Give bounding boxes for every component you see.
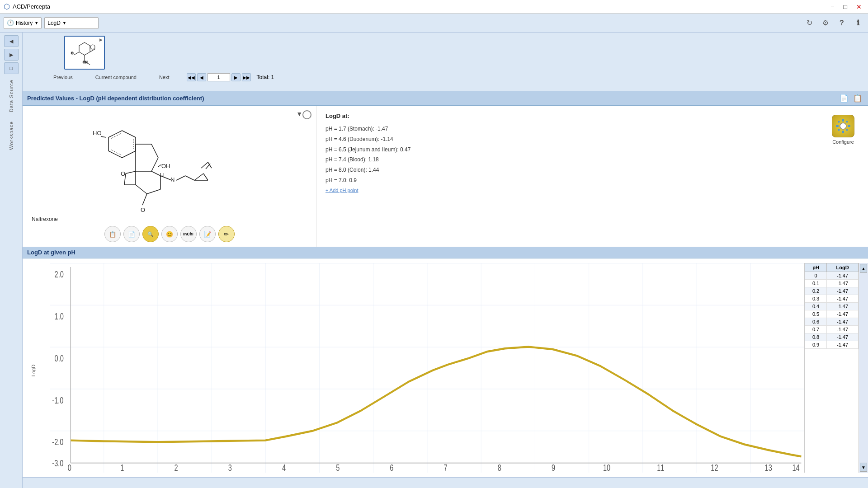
svg-text:8: 8 — [498, 463, 501, 473]
add-ph-link[interactable]: + Add pH point — [326, 188, 809, 193]
table-ph-cell: 0.8 — [805, 333, 827, 341]
logd-chevron-icon: ▼ — [62, 21, 66, 25]
svg-line-20 — [151, 144, 158, 158]
configure-label: Configure — [832, 139, 854, 145]
table-ph-cell: 0.3 — [805, 295, 827, 303]
table-row: 0.4-1.47 — [805, 303, 859, 310]
previous-label: Previous — [53, 75, 73, 80]
svg-text:12: 12 — [711, 463, 718, 473]
svg-line-47 — [142, 194, 147, 205]
current-compound-label: Current compound — [95, 75, 137, 80]
sidebar-btn-square[interactable]: □ — [4, 62, 19, 74]
history-dropdown[interactable]: 🕐 History ▼ — [4, 17, 42, 29]
table-ph-cell: 0.5 — [805, 310, 827, 318]
svg-rect-55 — [846, 121, 849, 123]
svg-line-9 — [122, 131, 136, 137]
minimize-button[interactable]: − — [828, 2, 837, 11]
y-axis-label: LogD — [31, 365, 36, 376]
display-mode-button[interactable] — [302, 110, 311, 119]
svg-line-40 — [185, 176, 194, 180]
next-compound-button[interactable]: ▶ — [231, 73, 241, 81]
svg-marker-0 — [79, 42, 90, 55]
table-logd-cell: -1.47 — [827, 333, 859, 341]
svg-line-27 — [147, 189, 160, 194]
search-structure-button[interactable]: 🔍 — [142, 226, 159, 242]
compound-thumbnails: OH O ▶ — [26, 34, 864, 70]
table-ph-cell: 0.7 — [805, 326, 827, 333]
svg-line-11 — [122, 151, 136, 158]
svg-line-4 — [74, 52, 79, 55]
table-scroll-up-button[interactable]: ▲ — [860, 264, 867, 273]
svg-line-18 — [101, 136, 106, 137]
table-logd-cell: -1.47 — [827, 287, 859, 295]
next-label: Next — [159, 75, 170, 80]
copy-structure-button[interactable]: 📋 — [104, 226, 121, 242]
last-compound-button[interactable]: ▶▶ — [242, 73, 251, 81]
svg-rect-51 — [842, 131, 844, 133]
first-compound-button[interactable]: ◀◀ — [187, 73, 196, 81]
svg-rect-57 — [846, 129, 849, 131]
molecule-name: Naltrexone — [27, 216, 311, 222]
compound-thumbnail-1[interactable]: OH O ▶ — [64, 36, 105, 70]
configure-button[interactable] — [832, 115, 854, 137]
logd-row: pH = 7.0: 0.9 — [326, 175, 809, 186]
sidebar-btn-left[interactable]: ◀ — [4, 35, 19, 47]
edit-button[interactable]: 📝 — [199, 226, 216, 242]
refresh-icon: ↻ — [807, 19, 812, 27]
prev-compound-button[interactable]: ◀ — [197, 73, 206, 81]
close-button[interactable]: ✕ — [854, 2, 864, 11]
current-compound-input[interactable] — [208, 73, 230, 81]
total-label: Total: 1 — [257, 74, 274, 80]
table-logd-cell: -1.47 — [827, 303, 859, 310]
inchi-button[interactable]: InChI — [180, 226, 197, 242]
logd-rows-container: pH = 1.7 (Stomach): -1.47pH = 4.6 (Duode… — [326, 124, 809, 186]
draw-button[interactable]: ✏ — [218, 226, 235, 242]
status-bar — [23, 477, 868, 488]
table-scroll-down-button[interactable]: ▼ — [860, 463, 867, 472]
svg-text:3: 3 — [228, 463, 232, 473]
table-logd-cell: -1.47 — [827, 318, 859, 326]
table-ph-cell: 0.6 — [805, 318, 827, 326]
svg-line-21 — [151, 158, 158, 171]
svg-text:2.0: 2.0 — [55, 269, 64, 280]
table-ph-cell: 0.1 — [805, 280, 827, 287]
logd-row: pH = 8.0 (Colon): 1.44 — [326, 165, 809, 175]
svg-line-12 — [108, 151, 122, 158]
logd-row: pH = 7.4 (Blood): 1.18 — [326, 155, 809, 165]
chart-section-title: LogD at given pH — [27, 249, 75, 256]
svg-text:-3.0: -3.0 — [52, 458, 63, 469]
svg-text:1.0: 1.0 — [55, 311, 64, 322]
info-button[interactable]: ℹ — [852, 17, 864, 29]
svg-line-42 — [203, 174, 208, 180]
export-button[interactable]: 📋 — [852, 94, 863, 103]
svg-text:0: 0 — [68, 463, 71, 473]
display-mode-chevron[interactable]: ▼ — [296, 110, 302, 117]
properties-button[interactable]: 😊 — [161, 226, 178, 242]
svg-rect-53 — [848, 125, 850, 127]
pdf-button[interactable]: 📄 — [838, 94, 850, 103]
logd-dropdown[interactable]: LogD ▼ — [44, 17, 99, 29]
table-row: 0.6-1.47 — [805, 318, 859, 326]
chart-svg-wrapper: 2.0 1.0 0.0 -1.0 -2.0 -3.0 0 1 2 3 4 — [50, 263, 804, 473]
molecule-svg: HO — [38, 110, 301, 214]
app-icon: ⬡ — [4, 2, 10, 11]
table-logd-header: LogD — [827, 263, 859, 272]
chart-section-header: LogD at given pH — [23, 247, 868, 258]
help-button[interactable]: ? — [835, 17, 848, 29]
table-ph-cell: 0.2 — [805, 287, 827, 295]
maximize-button[interactable]: □ — [841, 2, 850, 11]
table-row: 0.2-1.47 — [805, 287, 859, 295]
svg-text:1: 1 — [120, 463, 124, 473]
sidebar-btn-right[interactable]: ▶ — [4, 49, 19, 61]
chart-table: pH LogD 0-1.470.1-1.470.2-1.470.3-1.470.… — [804, 263, 859, 473]
paste-structure-button[interactable]: 📄 — [123, 226, 140, 242]
refresh-button[interactable]: ↻ — [803, 17, 816, 29]
settings-button[interactable]: ⚙ — [819, 17, 832, 29]
svg-text:2: 2 — [175, 463, 178, 473]
svg-line-39 — [176, 176, 185, 180]
svg-text:0.0: 0.0 — [55, 353, 64, 364]
svg-point-49 — [840, 123, 846, 129]
svg-text:N: N — [170, 176, 175, 183]
svg-line-31 — [126, 171, 136, 174]
table-row: 0.5-1.47 — [805, 310, 859, 318]
